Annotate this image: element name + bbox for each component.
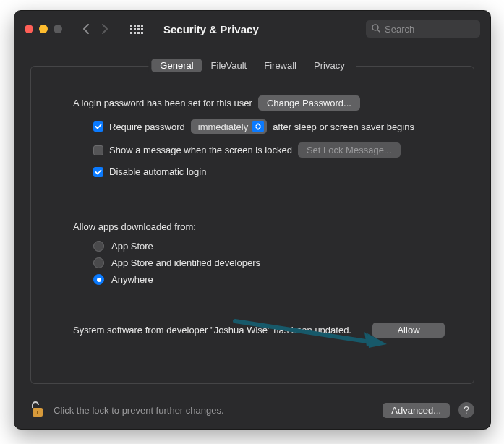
help-button[interactable]: ? xyxy=(458,402,474,418)
titlebar: Security & Privacy xyxy=(14,11,490,47)
disable-auto-login-checkbox[interactable] xyxy=(93,167,103,177)
minimize-window-button[interactable] xyxy=(39,25,48,33)
system-software-message: System software from developer "Joshua W… xyxy=(73,325,362,336)
window-controls xyxy=(25,25,62,33)
require-password-checkbox[interactable] xyxy=(93,121,103,132)
tab-privacy[interactable]: Privacy xyxy=(305,59,354,72)
require-password-delay-select[interactable]: immediately xyxy=(191,119,267,134)
unlocked-lock-icon xyxy=(30,400,45,421)
content-panel: General FileVault Firewall Privacy A log… xyxy=(30,66,474,384)
login-section: A login password has been set for this u… xyxy=(31,67,474,205)
close-window-button[interactable] xyxy=(25,25,33,33)
radio-appstore[interactable] xyxy=(93,241,104,252)
downloads-radio-group: App Store App Store and identified devel… xyxy=(93,241,445,285)
window-title: Security & Privacy xyxy=(163,23,259,35)
tab-general[interactable]: General xyxy=(151,59,202,72)
svg-line-1 xyxy=(377,30,380,32)
radio-identified[interactable] xyxy=(93,257,104,268)
tab-filevault[interactable]: FileVault xyxy=(202,59,256,72)
nav-buttons xyxy=(82,24,108,34)
forward-button[interactable] xyxy=(101,24,108,34)
show-lock-message-checkbox[interactable] xyxy=(93,145,103,155)
search-icon xyxy=(372,24,380,35)
show-lock-message-label: Show a message when the screen is locked xyxy=(109,145,292,155)
require-password-label-pre: Require password xyxy=(109,121,185,132)
require-password-label-post: after sleep or screen saver begins xyxy=(273,121,414,132)
radio-anywhere-label: Anywhere xyxy=(111,274,153,285)
fullscreen-window-button[interactable] xyxy=(54,25,62,33)
radio-anywhere[interactable] xyxy=(93,274,104,285)
lock-hint-text: Click the lock to prevent further change… xyxy=(54,405,224,416)
footer: Click the lock to prevent further change… xyxy=(14,391,490,429)
tabs: General FileVault Firewall Privacy xyxy=(148,59,356,72)
preferences-window: Security & Privacy General FileVault Fir… xyxy=(14,10,491,430)
change-password-button[interactable]: Change Password... xyxy=(258,95,360,111)
show-all-prefs-button[interactable] xyxy=(130,25,143,34)
radio-identified-label: App Store and identified developers xyxy=(111,257,260,268)
back-button[interactable] xyxy=(82,24,90,34)
password-set-message: A login password has been set for this u… xyxy=(73,98,252,108)
search-input[interactable] xyxy=(385,24,474,35)
allow-button[interactable]: Allow xyxy=(372,323,445,338)
svg-rect-6 xyxy=(37,411,38,414)
disable-auto-login-label: Disable automatic login xyxy=(109,166,206,177)
search-field[interactable] xyxy=(366,20,480,38)
set-lock-message-button[interactable]: Set Lock Message... xyxy=(298,142,401,158)
tab-firewall[interactable]: Firewall xyxy=(255,59,305,72)
downloads-section: Allow apps downloaded from: App Store Ap… xyxy=(31,205,474,338)
require-password-delay-value: immediately xyxy=(198,121,248,132)
advanced-button[interactable]: Advanced... xyxy=(383,403,450,418)
lock-control[interactable]: Click the lock to prevent further change… xyxy=(30,400,224,421)
select-stepper-icon xyxy=(252,121,264,132)
downloads-heading: Allow apps downloaded from: xyxy=(73,221,445,232)
radio-appstore-label: App Store xyxy=(111,241,153,252)
